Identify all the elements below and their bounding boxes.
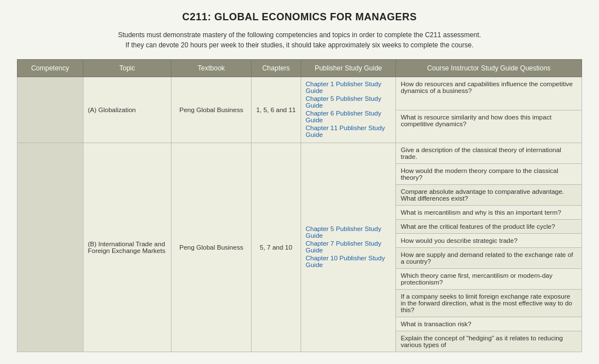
question-cell: Give a description of the classical theo…	[396, 143, 582, 164]
question-cell: How do resources and capabilities influe…	[396, 77, 582, 110]
topic-cell: (B) International Trade and Foreign Exch…	[83, 143, 171, 352]
question-cell: What is resource similarity and how does…	[396, 110, 582, 143]
textbook-cell: Peng Global Business	[171, 77, 252, 143]
header-topic: Topic	[83, 60, 171, 77]
table-row: (B) International Trade and Foreign Exch…	[17, 143, 582, 164]
publisher-link[interactable]: Chapter 7 Publisher Study Guide	[306, 240, 391, 254]
question-cell: Explain the concept of "hedging" as it r…	[396, 331, 582, 352]
question-cell: What is mercantilism and why is this an …	[396, 206, 582, 220]
textbook-cell: Peng Global Business	[171, 143, 252, 352]
publisher-link[interactable]: Chapter 5 Publisher Study Guide	[306, 95, 391, 109]
table-row: (A) GlobalizationPeng Global Business1, …	[17, 77, 582, 110]
chapters-cell: 1, 5, 6 and 11	[251, 77, 301, 143]
question-cell: Compare absolute advantage to comparativ…	[396, 185, 582, 206]
competency-cell	[17, 77, 83, 143]
publisher-link[interactable]: Chapter 5 Publisher Study Guide	[306, 225, 391, 239]
question-cell: If a company seeks to limit foreign exch…	[396, 290, 582, 317]
header-publisher: Publisher Study Guide	[301, 60, 396, 77]
publisher-link[interactable]: Chapter 11 Publisher Study Guide	[306, 125, 391, 138]
question-cell: Which theory came first, mercantilism or…	[396, 269, 582, 290]
table-header-row: Competency Topic Textbook Chapters Publi…	[17, 60, 582, 77]
question-cell: What is transaction risk?	[396, 317, 582, 331]
page-subtitle: Students must demonstrate mastery of the…	[17, 30, 582, 50]
publisher-link[interactable]: Chapter 10 Publisher Study Guide	[306, 255, 391, 268]
publisher-cell: Chapter 5 Publisher Study GuideChapter 7…	[301, 143, 396, 352]
header-instructor: Course Instructor Study Guide Questions	[396, 60, 582, 77]
question-cell: How would the modern theory compare to t…	[396, 164, 582, 185]
publisher-link[interactable]: Chapter 1 Publisher Study Guide	[306, 81, 391, 94]
header-textbook: Textbook	[171, 60, 252, 77]
question-cell: How would you describe strategic trade?	[396, 234, 582, 248]
publisher-cell: Chapter 1 Publisher Study GuideChapter 5…	[301, 77, 396, 143]
header-chapters: Chapters	[251, 60, 301, 77]
topic-cell: (A) Globalization	[83, 77, 171, 143]
publisher-link[interactable]: Chapter 6 Publisher Study Guide	[306, 110, 391, 123]
question-cell: How are supply and demand related to the…	[396, 248, 582, 269]
header-competency: Competency	[17, 60, 83, 77]
competency-cell	[17, 143, 83, 352]
question-cell: What are the critical features of the pr…	[396, 220, 582, 234]
page-title: C211: GLOBAL ECONOMICS FOR MANAGERS	[17, 11, 582, 23]
main-table: Competency Topic Textbook Chapters Publi…	[17, 59, 582, 352]
chapters-cell: 5, 7 and 10	[251, 143, 301, 352]
